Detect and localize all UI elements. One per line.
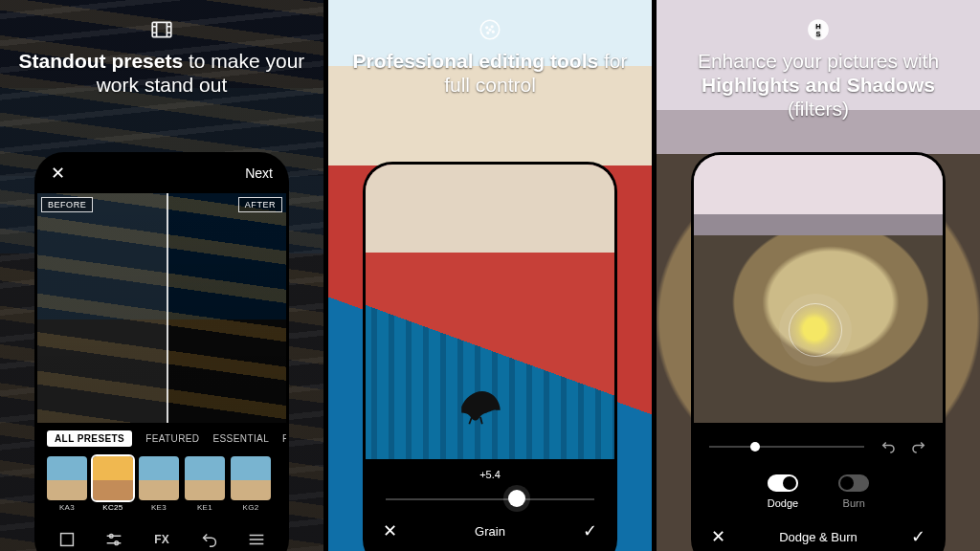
grain-slider[interactable] xyxy=(386,482,594,515)
undo-redo xyxy=(880,438,927,455)
undo-icon[interactable] xyxy=(199,529,220,550)
svg-point-7 xyxy=(492,31,494,33)
toggle-burn[interactable] xyxy=(838,474,869,492)
sliders-icon[interactable] xyxy=(103,529,124,550)
crop-icon[interactable] xyxy=(56,529,78,550)
tab-essential[interactable]: ESSENTIAL xyxy=(212,433,269,444)
tool-label: Dodge & Burn xyxy=(779,530,858,544)
panel-header: HS Enhance your pictures with Highlights… xyxy=(657,17,980,121)
panel-editing-tools: Professional editing tools for full cont… xyxy=(328,0,652,551)
toggle-dodge[interactable] xyxy=(768,474,798,492)
phone-mockup: +5.4 ✕ Grain ✓ xyxy=(366,165,614,551)
svg-point-5 xyxy=(486,27,488,29)
confirm-button[interactable]: ✓ xyxy=(583,520,597,541)
badge-after: AFTER xyxy=(238,197,282,212)
preset-thumb[interactable]: KG2 xyxy=(231,456,271,512)
badge-before: BEFORE xyxy=(41,197,93,212)
brush-size-slider[interactable] xyxy=(709,446,865,448)
cancel-button[interactable]: ✕ xyxy=(383,520,397,541)
slider-knob[interactable] xyxy=(508,490,525,507)
cancel-button[interactable]: ✕ xyxy=(711,526,725,547)
tab-all-presets[interactable]: ALL PRESETS xyxy=(47,430,132,447)
slider-track xyxy=(386,498,594,500)
editor-top-bar: ✕ Next xyxy=(37,155,286,191)
headline-bold: Standout presets xyxy=(19,50,184,72)
preset-thumb[interactable]: KA3 xyxy=(47,456,87,512)
preset-thumb[interactable]: KE1 xyxy=(185,456,225,512)
preset-thumb[interactable]: KE3 xyxy=(139,456,179,512)
tool-label: Grain xyxy=(475,524,505,539)
dodge-burn-modes: Dodge Burn xyxy=(768,474,869,509)
headline-post: (filters) xyxy=(788,98,849,120)
edit-action-row: ✕ Grain ✓ xyxy=(383,520,597,541)
mode-burn-label: Burn xyxy=(843,497,865,509)
hs-control-area: Dodge Burn ✕ Dodge & Burn ✓ xyxy=(694,423,943,551)
highlight-target-ring xyxy=(789,303,842,357)
undo-icon[interactable] xyxy=(880,438,897,455)
redo-icon[interactable] xyxy=(910,438,927,455)
close-button[interactable]: ✕ xyxy=(51,165,65,182)
svg-point-8 xyxy=(487,32,489,33)
grain-icon xyxy=(478,17,502,42)
before-after-preview[interactable]: BEFORE AFTER xyxy=(37,193,286,423)
tab-popular[interactable]: POPU xyxy=(282,433,286,444)
panel-presets: Standout presets to make your work stand… xyxy=(0,0,323,551)
panel-header: Standout presets to make your work stand… xyxy=(0,17,323,98)
headline: Professional editing tools for full cont… xyxy=(345,50,635,98)
preset-category-tabs: ALL PRESETS FEATURED ESSENTIAL POPU xyxy=(37,423,286,451)
panel-header: Professional editing tools for full cont… xyxy=(328,17,652,98)
mode-burn[interactable]: Burn xyxy=(838,474,869,509)
phone-mockup: Dodge Burn ✕ Dodge & Burn ✓ xyxy=(694,155,943,551)
brush-slider-row xyxy=(709,438,928,455)
svg-rect-1 xyxy=(60,534,73,546)
headline: Standout presets to make your work stand… xyxy=(17,50,306,98)
value-label: +5.4 xyxy=(479,469,501,480)
bottom-tool-bar: FX xyxy=(37,518,286,551)
headline-bold: Highlights and Shadows xyxy=(702,74,935,96)
preset-thumbnails: KA3 KC25 KE3 KE1 KG2 xyxy=(37,451,286,518)
svg-rect-0 xyxy=(152,22,171,36)
headline-pre: Enhance your pictures with xyxy=(698,50,939,72)
panel-highlights-shadows: HS Enhance your pictures with Highlights… xyxy=(657,0,980,551)
hs-badge-icon: HS xyxy=(806,17,831,42)
app-store-screenshots: Standout presets to make your work stand… xyxy=(0,0,980,551)
mode-dodge-label: Dodge xyxy=(768,497,798,509)
slider-knob[interactable] xyxy=(750,442,760,452)
photo-preview xyxy=(694,155,943,423)
svg-text:S: S xyxy=(815,30,820,38)
fx-icon[interactable]: FX xyxy=(151,529,172,550)
preset-thumb-selected[interactable]: KC25 xyxy=(93,456,133,512)
svg-point-9 xyxy=(489,29,491,31)
edit-control-bar: +5.4 ✕ Grain ✓ xyxy=(366,459,614,551)
filmstrip-icon xyxy=(149,17,174,42)
split-handle[interactable] xyxy=(167,193,168,423)
phone-mockup: ✕ Next BEFORE AFTER ALL PRESETS FEATURED… xyxy=(37,155,286,551)
hs-action-row: ✕ Dodge & Burn ✓ xyxy=(711,526,925,547)
svg-point-6 xyxy=(491,26,493,28)
bird-silhouette xyxy=(446,377,515,427)
headline-bold: Professional editing tools xyxy=(352,50,598,72)
next-button[interactable]: Next xyxy=(245,165,273,181)
headline: Enhance your pictures with Highlights an… xyxy=(674,50,963,121)
confirm-button[interactable]: ✓ xyxy=(911,526,925,547)
more-icon[interactable] xyxy=(246,529,267,550)
tab-featured[interactable]: FEATURED xyxy=(145,433,199,444)
mode-dodge[interactable]: Dodge xyxy=(768,474,798,509)
